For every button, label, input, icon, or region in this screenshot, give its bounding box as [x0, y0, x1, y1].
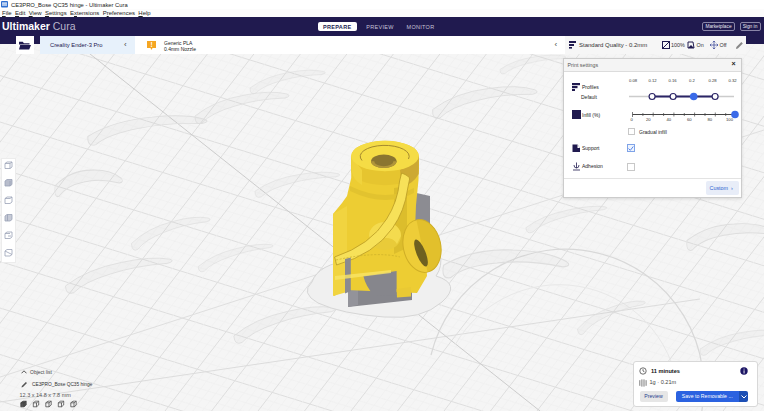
svg-text:!: !	[150, 41, 152, 48]
